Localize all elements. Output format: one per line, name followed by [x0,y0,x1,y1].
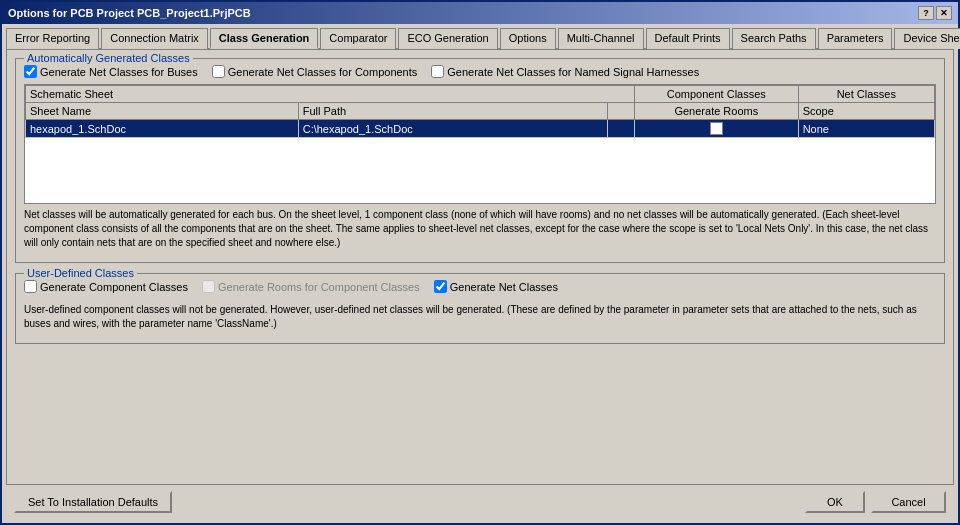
close-button[interactable]: ✕ [936,6,952,20]
col-subheader-scope: Scope [798,103,934,120]
help-button[interactable]: ? [918,6,934,20]
title-bar-buttons: ? ✕ [918,6,952,20]
cell-scope: None [798,120,934,138]
auto-classes-label: Automatically Generated Classes [24,52,193,64]
gen-component-classes-checkbox[interactable] [24,280,37,293]
auto-classes-group: Automatically Generated Classes Generate… [15,58,945,263]
dialog-content: Error Reporting Connection Matrix Class … [2,24,958,523]
tab-multi-channel[interactable]: Multi-Channel [558,28,644,49]
col-header-component-classes: Component Classes [635,86,799,103]
gen-rooms-component-item: Generate Rooms for Component Classes [202,280,420,293]
tab-comparator[interactable]: Comparator [320,28,396,49]
user-defined-description: User-defined component classes will not … [24,299,936,335]
title-bar: Options for PCB Project PCB_Project1.Prj… [2,2,958,24]
gen-net-harnesses-item: Generate Net Classes for Named Signal Ha… [431,65,699,78]
gen-component-classes-item: Generate Component Classes [24,280,188,293]
gen-component-classes-label: Generate Component Classes [40,281,188,293]
gen-rooms-component-label: Generate Rooms for Component Classes [218,281,420,293]
gen-net-harnesses-label: Generate Net Classes for Named Signal Ha… [447,66,699,78]
tab-error-reporting[interactable]: Error Reporting [6,28,99,49]
window-title: Options for PCB Project PCB_Project1.Prj… [8,7,251,19]
schematic-table: Schematic Sheet Component Classes Net Cl… [25,85,935,138]
ok-cancel-buttons: OK Cancel [805,491,946,513]
auto-classes-checkboxes: Generate Net Classes for Buses Generate … [24,65,936,78]
tab-parameters[interactable]: Parameters [818,28,893,49]
tab-content-area: Automatically Generated Classes Generate… [6,50,954,485]
gen-net-buses-label: Generate Net Classes for Buses [40,66,198,78]
gen-net-buses-item: Generate Net Classes for Buses [24,65,198,78]
col-subheader-divider [607,103,634,120]
tab-search-paths[interactable]: Search Paths [732,28,816,49]
col-subheader-fullpath: Full Path [298,103,607,120]
cell-sheetname: hexapod_1.SchDoc [26,120,299,138]
schematic-sheet-table: Schematic Sheet Component Classes Net Cl… [24,84,936,204]
tab-default-prints[interactable]: Default Prints [646,28,730,49]
cancel-button[interactable]: Cancel [871,491,946,513]
table-header-main: Schematic Sheet Component Classes Net Cl… [26,86,935,103]
gen-rooms-component-checkbox[interactable] [202,280,215,293]
genrooms-checkbox[interactable]: ✓ [710,122,723,135]
cell-fullpath: C:\hexapod_1.SchDoc [298,120,607,138]
bottom-bar: Set To Installation Defaults OK Cancel [6,485,954,519]
gen-net-components-label: Generate Net Classes for Components [228,66,418,78]
col-subheader-genrooms: Generate Rooms [635,103,799,120]
col-header-net-classes: Net Classes [798,86,934,103]
user-defined-group: User-Defined Classes Generate Component … [15,273,945,344]
tab-options[interactable]: Options [500,28,556,49]
gen-net-classes-item: Generate Net Classes [434,280,558,293]
tab-bar: Error Reporting Connection Matrix Class … [6,28,954,50]
tab-device-sheets[interactable]: Device Sheets [894,28,960,49]
gen-net-classes-checkbox[interactable] [434,280,447,293]
gen-net-classes-label: Generate Net Classes [450,281,558,293]
auto-classes-description: Net classes will be automatically genera… [24,204,936,254]
defaults-button[interactable]: Set To Installation Defaults [14,491,172,513]
cell-genrooms[interactable]: ✓ [635,120,799,138]
tab-connection-matrix[interactable]: Connection Matrix [101,28,208,49]
col-header-schematic: Schematic Sheet [26,86,635,103]
gen-net-harnesses-checkbox[interactable] [431,65,444,78]
cell-divider [607,120,634,138]
main-window: Options for PCB Project PCB_Project1.Prj… [0,0,960,525]
table-row[interactable]: hexapod_1.SchDoc C:\hexapod_1.SchDoc ✓ N… [26,120,935,138]
user-defined-checkboxes: Generate Component Classes Generate Room… [24,280,936,293]
gen-net-components-item: Generate Net Classes for Components [212,65,418,78]
user-defined-label: User-Defined Classes [24,267,137,279]
tab-eco-generation[interactable]: ECO Generation [398,28,497,49]
gen-net-components-checkbox[interactable] [212,65,225,78]
col-subheader-sheetname: Sheet Name [26,103,299,120]
table-header-sub: Sheet Name Full Path Generate Rooms Scop… [26,103,935,120]
gen-net-buses-checkbox[interactable] [24,65,37,78]
ok-button[interactable]: OK [805,491,865,513]
tab-class-generation[interactable]: Class Generation [210,28,318,49]
